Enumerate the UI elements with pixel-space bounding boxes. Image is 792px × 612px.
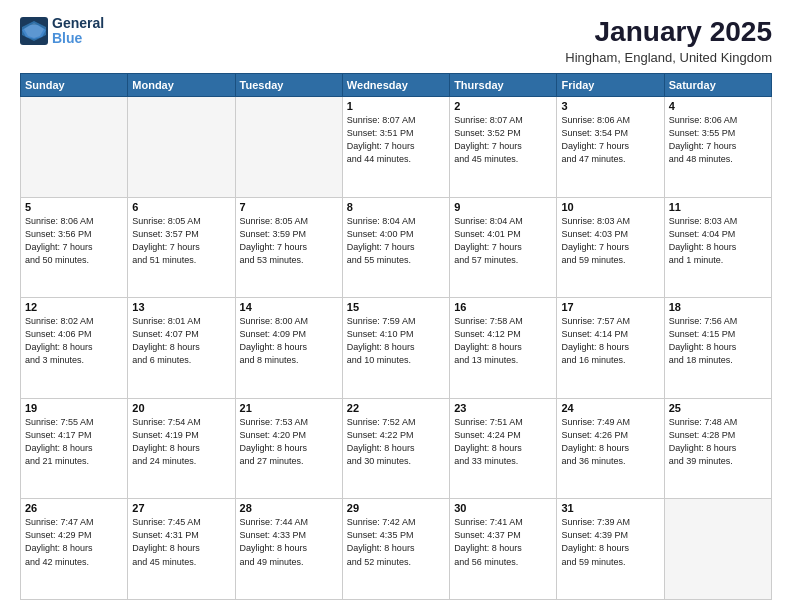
table-row: 12Sunrise: 8:02 AMSunset: 4:06 PMDayligh… (21, 298, 128, 399)
day-info: Sunrise: 7:41 AMSunset: 4:37 PMDaylight:… (454, 516, 552, 568)
table-row: 19Sunrise: 7:55 AMSunset: 4:17 PMDayligh… (21, 398, 128, 499)
header-friday: Friday (557, 74, 664, 97)
day-info: Sunrise: 7:39 AMSunset: 4:39 PMDaylight:… (561, 516, 659, 568)
day-number: 20 (132, 402, 230, 414)
table-row: 27Sunrise: 7:45 AMSunset: 4:31 PMDayligh… (128, 499, 235, 600)
table-row: 29Sunrise: 7:42 AMSunset: 4:35 PMDayligh… (342, 499, 449, 600)
day-number: 18 (669, 301, 767, 313)
day-info: Sunrise: 8:05 AMSunset: 3:57 PMDaylight:… (132, 215, 230, 267)
table-row: 14Sunrise: 8:00 AMSunset: 4:09 PMDayligh… (235, 298, 342, 399)
day-info: Sunrise: 7:53 AMSunset: 4:20 PMDaylight:… (240, 416, 338, 468)
table-row: 10Sunrise: 8:03 AMSunset: 4:03 PMDayligh… (557, 197, 664, 298)
table-row: 11Sunrise: 8:03 AMSunset: 4:04 PMDayligh… (664, 197, 771, 298)
day-number: 23 (454, 402, 552, 414)
calendar-week-row: 12Sunrise: 8:02 AMSunset: 4:06 PMDayligh… (21, 298, 772, 399)
calendar-week-row: 1Sunrise: 8:07 AMSunset: 3:51 PMDaylight… (21, 97, 772, 198)
day-info: Sunrise: 8:06 AMSunset: 3:55 PMDaylight:… (669, 114, 767, 166)
day-number: 13 (132, 301, 230, 313)
table-row: 28Sunrise: 7:44 AMSunset: 4:33 PMDayligh… (235, 499, 342, 600)
table-row: 5Sunrise: 8:06 AMSunset: 3:56 PMDaylight… (21, 197, 128, 298)
header-sunday: Sunday (21, 74, 128, 97)
table-row: 21Sunrise: 7:53 AMSunset: 4:20 PMDayligh… (235, 398, 342, 499)
table-row: 20Sunrise: 7:54 AMSunset: 4:19 PMDayligh… (128, 398, 235, 499)
header-monday: Monday (128, 74, 235, 97)
table-row: 9Sunrise: 8:04 AMSunset: 4:01 PMDaylight… (450, 197, 557, 298)
table-row: 18Sunrise: 7:56 AMSunset: 4:15 PMDayligh… (664, 298, 771, 399)
calendar-week-row: 5Sunrise: 8:06 AMSunset: 3:56 PMDaylight… (21, 197, 772, 298)
day-info: Sunrise: 8:05 AMSunset: 3:59 PMDaylight:… (240, 215, 338, 267)
day-info: Sunrise: 7:45 AMSunset: 4:31 PMDaylight:… (132, 516, 230, 568)
table-row: 30Sunrise: 7:41 AMSunset: 4:37 PMDayligh… (450, 499, 557, 600)
table-row: 26Sunrise: 7:47 AMSunset: 4:29 PMDayligh… (21, 499, 128, 600)
logo-icon (20, 17, 48, 45)
day-number: 27 (132, 502, 230, 514)
day-info: Sunrise: 7:51 AMSunset: 4:24 PMDaylight:… (454, 416, 552, 468)
day-info: Sunrise: 7:52 AMSunset: 4:22 PMDaylight:… (347, 416, 445, 468)
day-info: Sunrise: 8:01 AMSunset: 4:07 PMDaylight:… (132, 315, 230, 367)
day-info: Sunrise: 8:06 AMSunset: 3:54 PMDaylight:… (561, 114, 659, 166)
day-number: 10 (561, 201, 659, 213)
day-number: 9 (454, 201, 552, 213)
location: Hingham, England, United Kingdom (565, 50, 772, 65)
day-info: Sunrise: 7:56 AMSunset: 4:15 PMDaylight:… (669, 315, 767, 367)
day-number: 2 (454, 100, 552, 112)
day-info: Sunrise: 8:04 AMSunset: 4:01 PMDaylight:… (454, 215, 552, 267)
day-info: Sunrise: 7:44 AMSunset: 4:33 PMDaylight:… (240, 516, 338, 568)
table-row: 3Sunrise: 8:06 AMSunset: 3:54 PMDaylight… (557, 97, 664, 198)
table-row (235, 97, 342, 198)
day-info: Sunrise: 7:57 AMSunset: 4:14 PMDaylight:… (561, 315, 659, 367)
page: General Blue January 2025 Hingham, Engla… (0, 0, 792, 612)
day-number: 25 (669, 402, 767, 414)
table-row: 22Sunrise: 7:52 AMSunset: 4:22 PMDayligh… (342, 398, 449, 499)
calendar-week-row: 19Sunrise: 7:55 AMSunset: 4:17 PMDayligh… (21, 398, 772, 499)
weekday-header-row: Sunday Monday Tuesday Wednesday Thursday… (21, 74, 772, 97)
header-saturday: Saturday (664, 74, 771, 97)
table-row: 6Sunrise: 8:05 AMSunset: 3:57 PMDaylight… (128, 197, 235, 298)
table-row: 23Sunrise: 7:51 AMSunset: 4:24 PMDayligh… (450, 398, 557, 499)
day-info: Sunrise: 7:49 AMSunset: 4:26 PMDaylight:… (561, 416, 659, 468)
day-info: Sunrise: 8:07 AMSunset: 3:52 PMDaylight:… (454, 114, 552, 166)
day-info: Sunrise: 8:03 AMSunset: 4:04 PMDaylight:… (669, 215, 767, 267)
table-row: 2Sunrise: 8:07 AMSunset: 3:52 PMDaylight… (450, 97, 557, 198)
day-info: Sunrise: 8:06 AMSunset: 3:56 PMDaylight:… (25, 215, 123, 267)
logo: General Blue (20, 16, 104, 47)
header-wednesday: Wednesday (342, 74, 449, 97)
day-info: Sunrise: 7:47 AMSunset: 4:29 PMDaylight:… (25, 516, 123, 568)
table-row: 24Sunrise: 7:49 AMSunset: 4:26 PMDayligh… (557, 398, 664, 499)
day-info: Sunrise: 7:54 AMSunset: 4:19 PMDaylight:… (132, 416, 230, 468)
day-info: Sunrise: 8:02 AMSunset: 4:06 PMDaylight:… (25, 315, 123, 367)
day-number: 22 (347, 402, 445, 414)
day-number: 4 (669, 100, 767, 112)
header: General Blue January 2025 Hingham, Engla… (20, 16, 772, 65)
day-info: Sunrise: 8:04 AMSunset: 4:00 PMDaylight:… (347, 215, 445, 267)
day-number: 17 (561, 301, 659, 313)
calendar-week-row: 26Sunrise: 7:47 AMSunset: 4:29 PMDayligh… (21, 499, 772, 600)
header-tuesday: Tuesday (235, 74, 342, 97)
table-row: 17Sunrise: 7:57 AMSunset: 4:14 PMDayligh… (557, 298, 664, 399)
table-row: 4Sunrise: 8:06 AMSunset: 3:55 PMDaylight… (664, 97, 771, 198)
day-number: 19 (25, 402, 123, 414)
table-row: 1Sunrise: 8:07 AMSunset: 3:51 PMDaylight… (342, 97, 449, 198)
table-row: 7Sunrise: 8:05 AMSunset: 3:59 PMDaylight… (235, 197, 342, 298)
day-number: 14 (240, 301, 338, 313)
day-info: Sunrise: 8:03 AMSunset: 4:03 PMDaylight:… (561, 215, 659, 267)
day-number: 30 (454, 502, 552, 514)
day-number: 1 (347, 100, 445, 112)
day-number: 24 (561, 402, 659, 414)
day-number: 31 (561, 502, 659, 514)
day-info: Sunrise: 7:48 AMSunset: 4:28 PMDaylight:… (669, 416, 767, 468)
day-info: Sunrise: 8:00 AMSunset: 4:09 PMDaylight:… (240, 315, 338, 367)
day-info: Sunrise: 7:55 AMSunset: 4:17 PMDaylight:… (25, 416, 123, 468)
day-number: 12 (25, 301, 123, 313)
day-number: 16 (454, 301, 552, 313)
day-number: 7 (240, 201, 338, 213)
logo-text: General Blue (52, 16, 104, 47)
table-row: 31Sunrise: 7:39 AMSunset: 4:39 PMDayligh… (557, 499, 664, 600)
day-number: 6 (132, 201, 230, 213)
day-number: 3 (561, 100, 659, 112)
day-number: 29 (347, 502, 445, 514)
table-row: 16Sunrise: 7:58 AMSunset: 4:12 PMDayligh… (450, 298, 557, 399)
day-number: 15 (347, 301, 445, 313)
day-number: 5 (25, 201, 123, 213)
day-info: Sunrise: 7:42 AMSunset: 4:35 PMDaylight:… (347, 516, 445, 568)
